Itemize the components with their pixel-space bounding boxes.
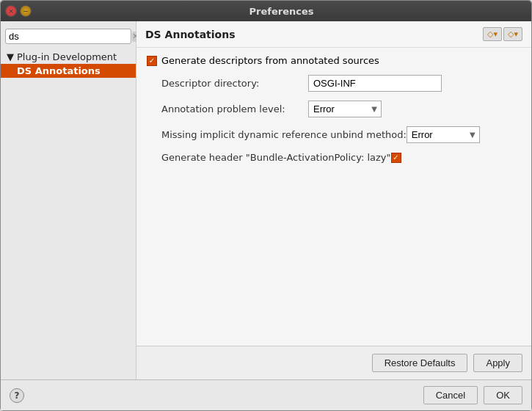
panel-title: DS Annotations: [145, 29, 236, 40]
preferences-window: × − Preferences ✕ ▼ Plug-in Development …: [0, 0, 532, 411]
sidebar-item-ds-annotations[interactable]: DS Annotations: [1, 64, 136, 78]
annotation-problem-row: Annotation problem level: Error Warning …: [147, 101, 521, 117]
content-area: ✕ ▼ Plug-in Development DS Annotations D…: [1, 21, 531, 379]
apply-button[interactable]: Apply: [473, 354, 522, 372]
close-button[interactable]: ×: [5, 5, 17, 17]
generate-descriptors-checkbox[interactable]: [147, 56, 157, 66]
cancel-button[interactable]: Cancel: [423, 386, 478, 404]
descriptor-directory-input[interactable]: [308, 75, 442, 92]
sidebar-item-plugin-development[interactable]: ▼ Plug-in Development: [1, 50, 136, 64]
bundle-policy-checkbox[interactable]: [391, 153, 401, 163]
footer-buttons: Cancel OK: [423, 386, 522, 404]
annotation-problem-label: Annotation problem level:: [161, 103, 308, 114]
minimize-button[interactable]: −: [20, 5, 32, 17]
descriptor-directory-label: Descriptor directory:: [161, 78, 308, 89]
sidebar: ✕ ▼ Plug-in Development DS Annotations: [1, 21, 136, 379]
generate-descriptors-text: Generate descriptors from annotated sour…: [161, 55, 379, 66]
missing-reference-select[interactable]: Error Warning Ignore: [407, 126, 480, 143]
generate-descriptors-row: Generate descriptors from annotated sour…: [147, 55, 521, 66]
bottom-bar: Restore Defaults Apply: [136, 346, 531, 379]
window-title: Preferences: [36, 6, 527, 17]
bundle-policy-label: Generate header "Bundle-ActivationPolicy…: [161, 152, 391, 163]
missing-reference-label: Missing implicit dynamic reference unbin…: [161, 129, 407, 140]
ok-button[interactable]: OK: [484, 386, 522, 404]
nav-back-button[interactable]: ◇▾: [483, 27, 502, 41]
generate-descriptors-label[interactable]: Generate descriptors from annotated sour…: [147, 55, 379, 66]
nav-forward-button[interactable]: ◇▾: [503, 27, 522, 41]
sidebar-parent-label: Plug-in Development: [17, 51, 117, 62]
panel-body: Generate descriptors from annotated sour…: [136, 48, 531, 346]
missing-reference-select-wrapper: Error Warning Ignore ▼: [407, 126, 480, 143]
annotation-problem-select-wrapper: Error Warning Ignore ▼: [308, 101, 382, 117]
nav-buttons: ◇▾ ◇▾: [483, 27, 522, 41]
tree-arrow-icon: ▼: [7, 51, 14, 62]
titlebar: × − Preferences: [1, 1, 531, 21]
missing-reference-row: Missing implicit dynamic reference unbin…: [147, 126, 521, 143]
search-bar: ✕: [5, 29, 131, 44]
help-button[interactable]: ?: [10, 388, 24, 403]
panel-header: DS Annotations ◇▾ ◇▾: [136, 21, 531, 48]
search-input[interactable]: [9, 31, 132, 42]
window-controls: × −: [5, 5, 32, 17]
bundle-policy-row: Generate header "Bundle-ActivationPolicy…: [147, 152, 521, 163]
annotation-problem-select[interactable]: Error Warning Ignore: [308, 101, 382, 117]
descriptor-directory-row: Descriptor directory:: [147, 75, 521, 92]
main-panel: DS Annotations ◇▾ ◇▾ Generate descriptor…: [136, 21, 531, 379]
restore-defaults-button[interactable]: Restore Defaults: [372, 354, 468, 372]
sidebar-child-label: DS Annotations: [17, 65, 101, 76]
footer: ? Cancel OK: [1, 379, 531, 410]
